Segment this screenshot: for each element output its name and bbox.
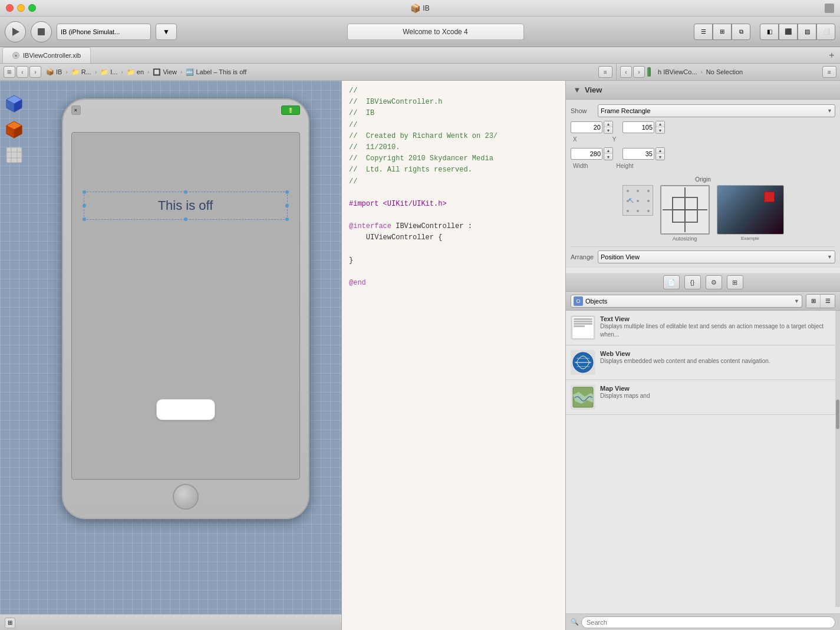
inspector-toggle-button[interactable]: ▨ — [798, 24, 816, 40]
height-stepper-up[interactable]: ▲ — [656, 148, 664, 154]
tab-ibviewcontroller[interactable]: × IBViewController.xib — [2, 47, 91, 63]
maximize-button[interactable] — [28, 4, 36, 12]
breadcrumb-view[interactable]: 🔲 View — [150, 68, 179, 77]
breadcrumb-noselection[interactable]: No Selection — [704, 68, 745, 76]
mapview-desc: Displays maps and — [600, 392, 835, 400]
panel-scrollbar[interactable] — [835, 311, 840, 607]
inspector-header: ▼ View — [566, 81, 840, 100]
x-stepper-down[interactable]: ▼ — [604, 127, 612, 133]
breadcrumb-en[interactable]: 📁 en — [124, 68, 146, 77]
home-button[interactable] — [173, 484, 199, 510]
tab-close-button[interactable]: × — [12, 52, 19, 59]
textview-text: Text View Displays multiple lines of edi… — [600, 315, 835, 339]
grid-view-icon[interactable] — [4, 144, 25, 166]
objects-grid-view[interactable]: ⊞ — [806, 295, 821, 308]
minimize-button[interactable] — [17, 4, 25, 12]
breadcrumb-ibviewco[interactable]: h IBViewCo... — [655, 68, 699, 76]
y-input[interactable]: 105 — [622, 121, 654, 133]
width-stepper-down[interactable]: ▼ — [604, 154, 612, 160]
origin-widget[interactable]: ↖ — [622, 185, 653, 216]
debug-button[interactable]: ⬛ — [779, 24, 798, 40]
arrange-label: Arrange — [571, 253, 594, 260]
3d-object-library-2[interactable] — [4, 118, 25, 140]
new-tab-button[interactable]: + — [826, 50, 838, 61]
breadcrumb-root[interactable]: 📁 R... — [69, 68, 94, 77]
utilities-button[interactable]: ⬜ — [816, 24, 835, 40]
objects-list-view[interactable]: ☰ — [821, 295, 835, 308]
canvas-nav-btn[interactable]: ⊞ — [5, 618, 15, 628]
label-text: This is off — [158, 198, 213, 213]
autosizing-container: Autosizing — [660, 185, 710, 242]
show-dropdown[interactable]: Frame Rectangle ▼ — [598, 104, 835, 117]
width-input[interactable]: 280 — [571, 148, 602, 160]
height-input[interactable]: 35 — [622, 148, 654, 160]
standard-editor-button[interactable]: ☰ — [694, 24, 713, 40]
panel-buttons: ◧ ⬛ ▨ ⬜ — [760, 24, 835, 40]
textview-desc: Displays multiple lines of editable text… — [600, 322, 835, 339]
objects-list: Text View Displays multiple lines of edi… — [566, 311, 840, 607]
window-close-btn[interactable]: × — [71, 105, 81, 115]
scheme-button[interactable]: ▼ — [156, 24, 177, 40]
version-editor-button[interactable]: ⧉ — [732, 24, 750, 40]
object-item-webview[interactable]: Web View Displays embedded web content a… — [566, 345, 840, 380]
editor-options-btn2[interactable]: ≡ — [822, 66, 836, 78]
y-stepper-down[interactable]: ▼ — [656, 127, 664, 133]
insp-icon: ▨ — [805, 28, 810, 35]
3d-object-library[interactable] — [4, 93, 25, 114]
y-stepper-up[interactable]: ▲ — [656, 121, 664, 127]
x-stepper[interactable]: ▲ ▼ — [604, 121, 613, 134]
debug-icon: ⬛ — [785, 28, 792, 35]
autosizing-widget[interactable] — [660, 185, 710, 235]
grid-icon: ⊞ — [811, 298, 816, 304]
inspector-tab-connect[interactable]: ⚙ — [706, 275, 722, 289]
object-item-textview[interactable]: Text View Displays multiple lines of edi… — [566, 311, 840, 345]
arrange-dropdown[interactable]: Position View ▼ — [598, 250, 835, 263]
forward-nav-button[interactable]: › — [29, 66, 41, 78]
y-stepper[interactable]: ▲ ▼ — [655, 121, 665, 134]
editor-options-button[interactable]: ≡ — [598, 66, 612, 78]
breadcrumb-ib2[interactable]: 📁 I... — [98, 68, 120, 77]
main-toolbar: IB (iPhone Simulat... ▼ Welcome to Xcode… — [0, 17, 840, 47]
play-button[interactable] — [5, 21, 26, 42]
toolbar-right: ☰ ⊞ ⧉ ◧ ⬛ ▨ ⬜ — [694, 24, 835, 40]
object-item-mapview[interactable]: Map View Displays maps and — [566, 380, 840, 415]
editor-icon: ☰ — [701, 28, 706, 35]
height-stepper[interactable]: ▲ ▼ — [655, 147, 665, 160]
width-stepper-up[interactable]: ▲ — [604, 148, 612, 154]
height-stepper-down[interactable]: ▼ — [656, 154, 664, 160]
inspector-tab-file[interactable]: 📄 — [663, 275, 680, 289]
stop-button[interactable] — [31, 21, 52, 42]
x-input[interactable]: 20 — [571, 121, 602, 133]
assistant-editor-button[interactable]: ⊞ — [713, 24, 732, 40]
mapview-text: Map View Displays maps and — [600, 385, 835, 400]
handle-tl — [83, 190, 86, 194]
handle-mr — [285, 204, 289, 207]
code-editor: // // IBViewController.h // IB // // Cre… — [342, 81, 566, 630]
x-stepper-up[interactable]: ▲ — [604, 121, 612, 127]
objects-dropdown[interactable]: O Objects ▼ — [571, 295, 802, 308]
editor-forward-button[interactable]: › — [633, 66, 645, 78]
breadcrumb-label[interactable]: 🔤 Label – This is off — [183, 68, 249, 77]
mapview-title: Map View — [600, 385, 835, 392]
simulator-select[interactable]: IB (iPhone Simulat... — [57, 24, 151, 40]
close-button[interactable] — [6, 4, 14, 12]
canvas-area[interactable]: × 🔋 — [0, 81, 341, 614]
canvas-nav-bar: ⊞ ‹ › 📦 IB › 📁 R... › 📁 I... › 📁 en — [0, 64, 616, 80]
inspector-tab-size[interactable]: ⊞ — [727, 275, 743, 289]
resize-handle[interactable] — [825, 4, 834, 13]
scheme-icon: ▼ — [163, 28, 170, 36]
stop-icon — [38, 28, 45, 35]
inspector-tab-code[interactable]: {} — [684, 275, 701, 289]
navigator-button[interactable]: ◧ — [760, 24, 779, 40]
breadcrumb-ib[interactable]: 📦 IB — [44, 68, 64, 77]
y-label: Y — [612, 136, 617, 143]
back-nav-button[interactable]: ‹ — [17, 66, 28, 78]
width-stepper[interactable]: ▲ ▼ — [604, 147, 613, 160]
disclosure-arrow[interactable]: ▼ — [573, 86, 581, 94]
label-widget[interactable]: This is off — [84, 192, 288, 220]
search-input[interactable] — [581, 616, 835, 628]
button-widget[interactable] — [156, 399, 215, 420]
arrange-dropdown-arrow: ▼ — [827, 254, 832, 260]
grid-view-button[interactable]: ⊞ — [4, 66, 15, 78]
editor-back-button[interactable]: ‹ — [620, 66, 632, 78]
